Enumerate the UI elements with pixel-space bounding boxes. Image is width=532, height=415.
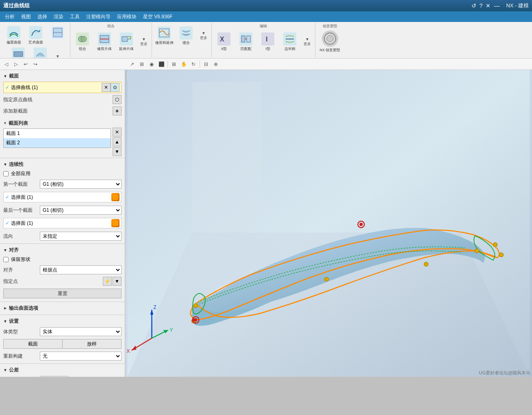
last-section-select[interactable]: G1 (相切) xyxy=(40,206,122,215)
first-sel-face-field[interactable]: ✓ 选择面 (1) xyxy=(3,192,122,202)
tolerance-title: 公差 xyxy=(9,367,19,374)
tool-offset-surface[interactable]: 偏置曲面 xyxy=(3,25,24,46)
move-up-btn[interactable]: ▲ xyxy=(113,137,122,146)
tool-label: X型 xyxy=(221,46,227,52)
dialog-title-label: 通过曲线组 xyxy=(3,2,30,9)
tb2-render[interactable]: ⬛ xyxy=(157,60,166,69)
tb2-zoom[interactable]: ⊞ xyxy=(169,60,178,69)
toolbar-edit-group: 编辑 X X型 匹配配 I I型 xyxy=(212,23,315,57)
tb2-btn3[interactable]: ↩ xyxy=(21,60,30,69)
delete-section-btn[interactable]: ✕ xyxy=(113,128,122,137)
tool-trim-extend[interactable]: 修剪和延伸 xyxy=(154,26,175,46)
close-dialog-icon[interactable]: ✕ xyxy=(486,2,491,9)
tool-thicken[interactable]: 加厚 xyxy=(8,47,29,59)
svg-rect-11 xyxy=(247,36,250,42)
tolerance-section: ▼ 公差 G0 (位置) mm G1 (相切) ° xyxy=(0,364,125,377)
tb2-rotate[interactable]: ↻ xyxy=(189,60,198,69)
tb2-layer[interactable]: ⊟ xyxy=(202,60,211,69)
tool-creative[interactable]: NX 创意塑型 xyxy=(317,30,343,54)
svg-text:I: I xyxy=(266,36,267,43)
tb2-pan[interactable]: ✋ xyxy=(179,60,188,69)
settings-header[interactable]: ▼ 设置 xyxy=(3,317,122,326)
tool-surface3[interactable] xyxy=(47,25,68,41)
reset-btn[interactable]: 重置 xyxy=(3,289,122,298)
first-section-select[interactable]: G1 (相切) xyxy=(40,180,122,189)
first-face-icon xyxy=(111,193,119,201)
menu-view[interactable]: 视图 xyxy=(18,13,34,21)
tool-combine[interactable]: 组合 xyxy=(72,32,93,52)
origin-curve-row: 指定原点曲线 ⬡ xyxy=(3,94,122,105)
tool-i-type[interactable]: I I型 xyxy=(257,32,278,52)
output-header[interactable]: ▼ 输出曲面选项 xyxy=(3,304,122,313)
origin-curve-btn[interactable]: ⬡ xyxy=(113,95,122,104)
help-icon[interactable]: ? xyxy=(480,2,483,9)
menu-injection[interactable]: 注塑模向导 xyxy=(83,13,114,21)
section-item-1[interactable]: 截面 1 xyxy=(4,129,111,138)
menu-star[interactable]: 星空 V6.936F xyxy=(140,13,176,21)
add-section-btn[interactable]: + xyxy=(113,106,122,115)
tool-label: 缝合 xyxy=(182,40,190,46)
tool-surface-more[interactable]: ▼ 更多 xyxy=(52,47,64,59)
select-curve-field[interactable]: ✓ 选择曲线 (1) ✕ ⊙ xyxy=(3,82,122,93)
all-apply-checkbox[interactable] xyxy=(3,171,9,176)
svg-text:X: X xyxy=(220,36,224,43)
menu-render[interactable]: 渲染 xyxy=(50,13,67,21)
tb2-wcs[interactable]: ⊕ xyxy=(211,60,220,69)
menu-tools[interactable]: 工具 xyxy=(67,13,83,21)
menu-analyze[interactable]: 分析 xyxy=(2,13,18,21)
watermark: UG爱好者论坛@随风木马 xyxy=(479,370,530,376)
tool-trim-sheet[interactable]: 修剪片体 xyxy=(94,32,115,52)
g0-input[interactable] xyxy=(40,376,68,377)
body-type-select[interactable]: 实体 xyxy=(40,327,122,336)
refresh-icon[interactable]: ↺ xyxy=(471,2,476,9)
svg-point-24 xyxy=(424,262,428,266)
align-select[interactable]: 根据点 xyxy=(40,265,122,274)
tool-x-type[interactable]: X X型 xyxy=(213,32,235,52)
tool-edit-more[interactable]: ▼ 更多 xyxy=(301,30,313,54)
tb2-snap[interactable]: ⊞ xyxy=(137,60,146,69)
add-section-row: 添加新截面 + xyxy=(3,105,122,117)
alignment-header[interactable]: ▼ 对齐 xyxy=(3,246,122,255)
settings-section: ▼ 设置 体类型 实体 截面 放样 重新构建 无 xyxy=(0,315,125,364)
check-icon3: ✓ xyxy=(5,220,9,226)
toolbar2: ◁ ▷ ↩ ↪ ↗ ⊞ ◉ ⬛ ⊞ ✋ ↻ ⊟ ⊕ xyxy=(0,59,532,70)
tab-loft[interactable]: 放样 xyxy=(62,339,122,349)
last-sel-face-row: ✓ 选择面 (1) xyxy=(3,216,122,230)
toolbar-creative-group: 创意塑型 NX 创意塑型 xyxy=(315,23,345,57)
tb2-select[interactable]: ↗ xyxy=(128,60,137,69)
section-item-2[interactable]: 截面 2 xyxy=(4,138,111,148)
specify-point-menu[interactable]: ▼ xyxy=(113,277,122,286)
tb2-btn2[interactable]: ▷ xyxy=(11,60,20,69)
tb2-btn1[interactable]: ◁ xyxy=(2,60,11,69)
expand-arrow2: ▼ xyxy=(3,162,7,167)
tab-section[interactable]: 截面 xyxy=(3,339,62,349)
last-face-icon xyxy=(111,219,119,227)
flow-dir-select[interactable]: 未指定 xyxy=(40,232,122,241)
tool-combine-more[interactable]: ▼ 更多 xyxy=(138,30,150,54)
last-sel-face-field[interactable]: ✓ 选择面 (1) xyxy=(3,218,122,228)
clear-selection-btn[interactable]: ✕ xyxy=(102,83,111,92)
move-down-btn[interactable]: ▼ xyxy=(113,147,122,156)
cross-section-header[interactable]: ▼ 截面 xyxy=(3,72,122,81)
pin-icon[interactable]: — xyxy=(494,2,499,9)
continuity-header[interactable]: ▼ 连续性 xyxy=(3,160,122,169)
tool-sew[interactable]: 缝合 xyxy=(176,26,197,46)
preserve-shape-checkbox[interactable] xyxy=(3,257,9,262)
specify-point-btn[interactable]: ⚡ xyxy=(103,277,112,286)
menu-select[interactable]: 选择 xyxy=(34,13,50,21)
tool-extend-sheet[interactable]: 延伸片体 xyxy=(116,32,137,52)
rebuild-select[interactable]: 无 xyxy=(40,352,122,361)
tool-law-extend[interactable]: 规律延伸 xyxy=(30,47,51,59)
menu-modules[interactable]: 应用模块 xyxy=(114,13,140,21)
align-label: 对齐 xyxy=(3,267,40,274)
all-apply-row: 全部应用 xyxy=(3,169,122,178)
tb2-btn4[interactable]: ↪ xyxy=(31,60,40,69)
tool-match[interactable]: 匹配配 xyxy=(235,32,256,52)
tolerance-header[interactable]: ▼ 公差 xyxy=(3,365,122,375)
select-mode-btn[interactable]: ⊙ xyxy=(111,83,119,92)
tool-sew-more[interactable]: ▼ 更多 xyxy=(198,24,210,48)
tool-edge-sym[interactable]: 边对称 xyxy=(279,32,300,52)
tool-art-surface[interactable]: 艺术曲面 xyxy=(25,25,46,46)
svg-marker-20 xyxy=(193,82,262,232)
tb2-view[interactable]: ◉ xyxy=(147,60,156,69)
